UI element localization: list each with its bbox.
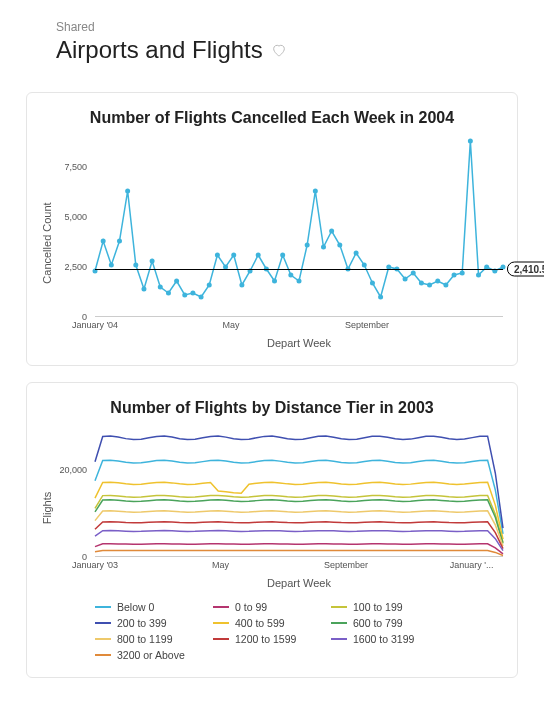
chart2-plot: 020,000January '03MaySeptemberJanuary '.… [95, 427, 503, 557]
chart1-xtick: January '04 [72, 316, 118, 330]
page-title: Airports and Flights [56, 36, 263, 64]
legend-swatch [213, 606, 229, 608]
chart1-title: Number of Flights Cancelled Each Week in… [41, 109, 503, 127]
legend-label: 100 to 199 [353, 601, 403, 613]
legend-swatch [331, 606, 347, 608]
legend-swatch [95, 622, 111, 624]
legend-swatch [331, 622, 347, 624]
chart1-xtick: May [222, 316, 239, 330]
legend-label: Below 0 [117, 601, 154, 613]
legend-label: 0 to 99 [235, 601, 267, 613]
legend-label: 800 to 1199 [117, 633, 172, 645]
chart-card-distance-tier: Number of Flights by Distance Tier in 20… [26, 382, 518, 678]
chart2-xtick: May [212, 556, 229, 570]
chart1-ytick: 5,000 [64, 212, 87, 222]
chart2-xtick: January '03 [72, 556, 118, 570]
legend-item[interactable]: 0 to 99 [213, 601, 313, 613]
legend-swatch [95, 606, 111, 608]
legend-item[interactable]: 1600 to 3199 [331, 633, 431, 645]
heart-icon[interactable] [271, 42, 287, 58]
legend-label: 600 to 799 [353, 617, 403, 629]
chart1-ytick: 2,500 [64, 262, 87, 272]
shared-label: Shared [56, 20, 488, 34]
chart2-xtick: September [324, 556, 368, 570]
legend-item[interactable]: 200 to 399 [95, 617, 195, 629]
legend-swatch [331, 638, 347, 640]
legend-label: 3200 or Above [117, 649, 185, 661]
chart1-ylabel: Cancelled Count [41, 202, 53, 283]
legend-item[interactable]: 400 to 599 [213, 617, 313, 629]
chart-card-cancellations: Number of Flights Cancelled Each Week in… [26, 92, 518, 366]
chart2-xlabel: Depart Week [95, 577, 503, 589]
legend-item[interactable]: 1200 to 1599 [213, 633, 313, 645]
chart1-xlabel: Depart Week [95, 337, 503, 349]
legend-label: 400 to 599 [235, 617, 285, 629]
chart2-legend: Below 00 to 99100 to 199200 to 399400 to… [95, 601, 503, 661]
chart2-xtick: January '... [450, 556, 494, 570]
chart2-ytick: 20,000 [59, 465, 87, 475]
legend-item[interactable]: 100 to 199 [331, 601, 431, 613]
chart1-reference-line [95, 269, 503, 270]
chart1-plot: 2,410.51 02,5005,0007,500January '04MayS… [95, 137, 503, 317]
legend-swatch [95, 638, 111, 640]
legend-item[interactable]: 800 to 1199 [95, 633, 195, 645]
legend-swatch [213, 622, 229, 624]
legend-swatch [95, 654, 111, 656]
chart1-xtick: September [345, 316, 389, 330]
legend-label: 1200 to 1599 [235, 633, 296, 645]
chart2-title: Number of Flights by Distance Tier in 20… [41, 399, 503, 417]
chart1-reference-badge: 2,410.51 [507, 261, 544, 276]
dashboard-header: Shared Airports and Flights [8, 20, 536, 76]
chart1-ytick: 7,500 [64, 162, 87, 172]
legend-label: 200 to 399 [117, 617, 167, 629]
legend-label: 1600 to 3199 [353, 633, 414, 645]
legend-item[interactable]: Below 0 [95, 601, 195, 613]
chart2-ylabel: Flights [41, 492, 53, 524]
legend-item[interactable]: 600 to 799 [331, 617, 431, 629]
legend-swatch [213, 638, 229, 640]
legend-item[interactable]: 3200 or Above [95, 649, 195, 661]
